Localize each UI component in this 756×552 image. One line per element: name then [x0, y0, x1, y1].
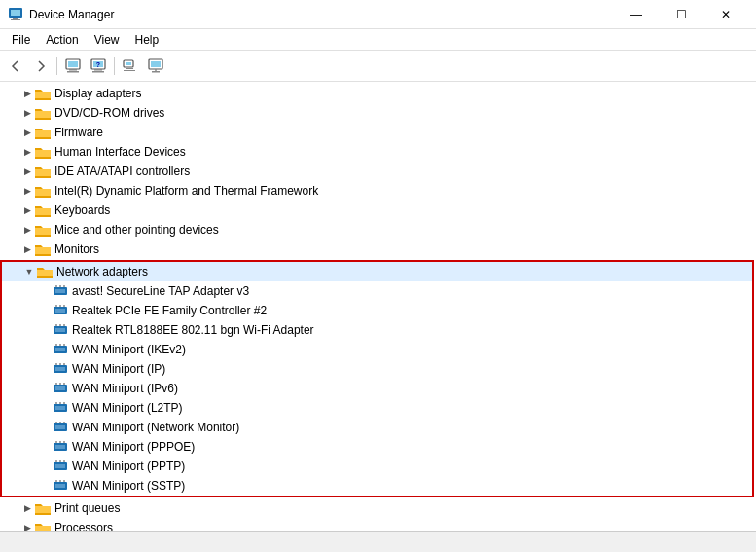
list-item[interactable]: ▶ Processors — [0, 518, 756, 531]
network-adapter-icon — [53, 459, 68, 474]
folder-icon — [35, 241, 51, 257]
update-driver-button[interactable]: ? — [87, 55, 110, 78]
svg-rect-10 — [94, 69, 102, 71]
expand-icon: ▶ — [19, 202, 35, 218]
item-label: Realtek RTL8188EE 802.11 bgn Wi-Fi Adapt… — [72, 323, 314, 337]
item-label: WAN Miniport (PPPOE) — [72, 440, 195, 454]
expand-icon: ▶ — [19, 144, 35, 160]
spacer — [37, 400, 53, 416]
item-label: WAN Miniport (IP) — [72, 362, 165, 376]
list-item[interactable]: WAN Miniport (PPTP) — [2, 457, 752, 476]
list-item[interactable]: Realtek RTL8188EE 802.11 bgn Wi-Fi Adapt… — [2, 320, 752, 340]
item-label: WAN Miniport (Network Monitor) — [72, 421, 239, 434]
list-item[interactable]: ▶ DVD/CD-ROM drives — [0, 103, 756, 123]
list-item[interactable]: ▶ Keyboards — [0, 201, 756, 220]
folder-icon — [35, 105, 51, 121]
list-item[interactable]: WAN Miniport (PPPOE) — [2, 437, 752, 457]
list-item[interactable]: ▶ Display adapters — [0, 84, 756, 103]
svg-rect-37 — [55, 348, 65, 351]
expand-icon: ▶ — [19, 105, 35, 121]
svg-rect-3 — [11, 19, 20, 20]
list-item[interactable]: Realtek PCIe FE Family Controller #2 — [2, 301, 752, 320]
list-item[interactable]: ▶ Monitors — [0, 239, 756, 259]
minimize-button[interactable]: — — [614, 0, 659, 29]
list-item[interactable]: WAN Miniport (SSTP) — [2, 476, 752, 496]
device-tree[interactable]: ▶ Display adapters ▶ DVD/CD-ROM drives ▶… — [0, 82, 756, 531]
toolbar-sep-1 — [56, 57, 57, 75]
folder-icon — [35, 202, 51, 218]
svg-rect-1 — [11, 10, 20, 16]
svg-rect-18 — [151, 61, 161, 67]
status-bar — [0, 531, 756, 552]
network-adapter-icon — [53, 361, 68, 377]
folder-icon — [35, 500, 51, 516]
svg-text:?: ? — [96, 61, 100, 68]
network-adapters-item[interactable]: ▼ Network adapters — [2, 262, 752, 281]
expand-icon: ▶ — [19, 222, 35, 238]
item-label: Processors — [54, 521, 113, 531]
svg-rect-32 — [55, 328, 65, 332]
svg-rect-7 — [67, 71, 79, 73]
item-label: Intel(R) Dynamic Platform and Thermal Fr… — [54, 184, 318, 198]
network-adapter-icon — [53, 420, 68, 435]
back-button[interactable] — [4, 55, 27, 78]
item-label: DVD/CD-ROM drives — [54, 106, 164, 120]
close-button[interactable]: ✕ — [703, 0, 748, 29]
item-label: Realtek PCIe FE Family Controller #2 — [72, 304, 267, 317]
list-item[interactable]: avast! SecureLine TAP Adapter v3 — [2, 281, 752, 301]
spacer — [37, 322, 53, 338]
spacer — [37, 303, 53, 318]
spacer — [37, 478, 53, 494]
display-button[interactable] — [144, 55, 167, 78]
list-item[interactable]: WAN Miniport (IPv6) — [2, 379, 752, 398]
network-adapters-group: ▼ Network adapters — [0, 260, 754, 497]
network-adapter-icon — [53, 478, 68, 494]
folder-icon — [35, 144, 51, 160]
item-label: Firmware — [54, 126, 103, 139]
network-folder-icon — [37, 264, 53, 279]
forward-button[interactable] — [29, 55, 53, 78]
expand-collapse-icon: ▼ — [21, 264, 37, 279]
scan-button[interactable] — [119, 55, 142, 78]
list-item[interactable]: WAN Miniport (L2TP) — [2, 398, 752, 418]
list-item[interactable]: ▶ Mice and other pointing devices — [0, 220, 756, 239]
svg-rect-47 — [55, 386, 65, 390]
list-item[interactable]: WAN Miniport (Network Monitor) — [2, 418, 752, 437]
expand-icon: ▶ — [19, 520, 35, 531]
list-item[interactable]: WAN Miniport (IP) — [2, 359, 752, 379]
properties-button[interactable] — [61, 55, 85, 78]
item-label: WAN Miniport (IPv6) — [72, 382, 178, 395]
list-item[interactable]: ▶ Intel(R) Dynamic Platform and Thermal … — [0, 181, 756, 201]
folder-icon — [35, 164, 51, 179]
spacer — [37, 361, 53, 377]
network-adapter-icon — [53, 400, 68, 416]
menu-view[interactable]: View — [87, 31, 127, 49]
svg-rect-52 — [55, 406, 65, 410]
svg-rect-20 — [152, 71, 160, 73]
svg-rect-57 — [55, 425, 65, 429]
list-item[interactable]: ▶ Firmware — [0, 123, 756, 142]
folder-icon — [35, 125, 51, 140]
list-item[interactable]: ▶ Human Interface Devices — [0, 142, 756, 162]
list-item[interactable]: WAN Miniport (IKEv2) — [2, 340, 752, 359]
item-label: Human Interface Devices — [54, 145, 186, 159]
expand-icon: ▶ — [19, 164, 35, 179]
window-title: Device Manager — [29, 8, 614, 21]
menu-file[interactable]: File — [4, 31, 38, 49]
maximize-button[interactable]: ☐ — [659, 0, 703, 29]
expand-icon: ▶ — [19, 183, 35, 199]
folder-icon — [35, 222, 51, 238]
menu-help[interactable]: Help — [127, 31, 167, 49]
item-label: WAN Miniport (L2TP) — [72, 401, 183, 415]
menu-action[interactable]: Action — [38, 31, 86, 49]
menu-bar: File Action View Help — [0, 29, 756, 51]
spacer — [37, 283, 53, 299]
expand-icon: ▶ — [19, 125, 35, 140]
expand-icon: ▶ — [19, 500, 35, 516]
list-item[interactable]: ▶ IDE ATA/ATAPI controllers — [0, 162, 756, 181]
item-label: Mice and other pointing devices — [54, 223, 219, 237]
folder-icon — [35, 86, 51, 101]
app-icon — [8, 7, 23, 22]
list-item[interactable]: ▶ Print queues — [0, 498, 756, 518]
svg-rect-2 — [13, 18, 18, 19]
